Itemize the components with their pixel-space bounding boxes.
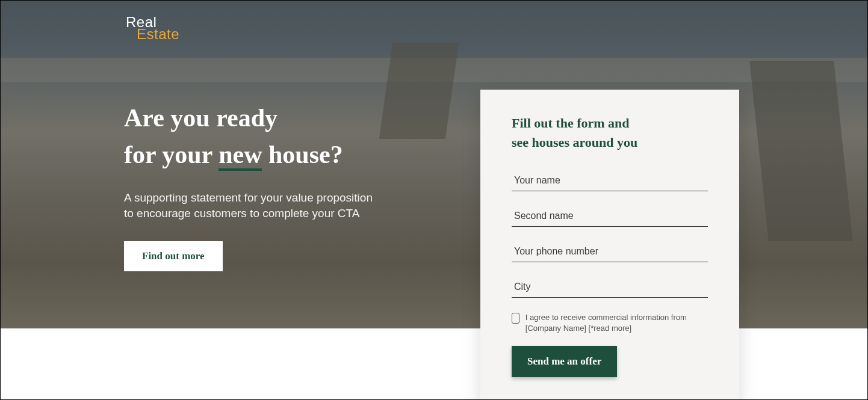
headline-line1: Are you ready	[124, 100, 383, 137]
consent-row: I agree to receive commercial informatio…	[512, 312, 708, 334]
headline-pre: for your	[124, 141, 219, 168]
headline-post: house?	[262, 141, 343, 168]
consent-checkbox[interactable]	[512, 313, 519, 324]
city-input[interactable]	[512, 275, 708, 298]
logo-line2: Estate	[137, 27, 179, 42]
second-name-input[interactable]	[512, 205, 708, 227]
headline-line2: for your new house?	[124, 137, 383, 173]
logo: Real Estate	[126, 15, 179, 42]
name-input[interactable]	[512, 169, 708, 191]
send-offer-button[interactable]: Send me an offer	[512, 346, 617, 377]
form-title-line2: see houses around you	[512, 133, 708, 152]
headline-underlined: new	[219, 141, 262, 171]
form-title: Fill out the form and see houses around …	[512, 114, 708, 152]
headline: Are you ready for your new house?	[124, 100, 383, 173]
lead-form-card: Fill out the form and see houses around …	[480, 90, 739, 400]
hero-content: Are you ready for your new house? A supp…	[124, 100, 383, 271]
form-title-line1: Fill out the form and	[512, 114, 708, 133]
phone-input[interactable]	[512, 240, 708, 262]
subheadline: A supporting statement for your value pr…	[124, 190, 383, 222]
consent-text: I agree to receive commercial informatio…	[525, 312, 708, 334]
find-out-more-button[interactable]: Find out more	[124, 241, 223, 271]
